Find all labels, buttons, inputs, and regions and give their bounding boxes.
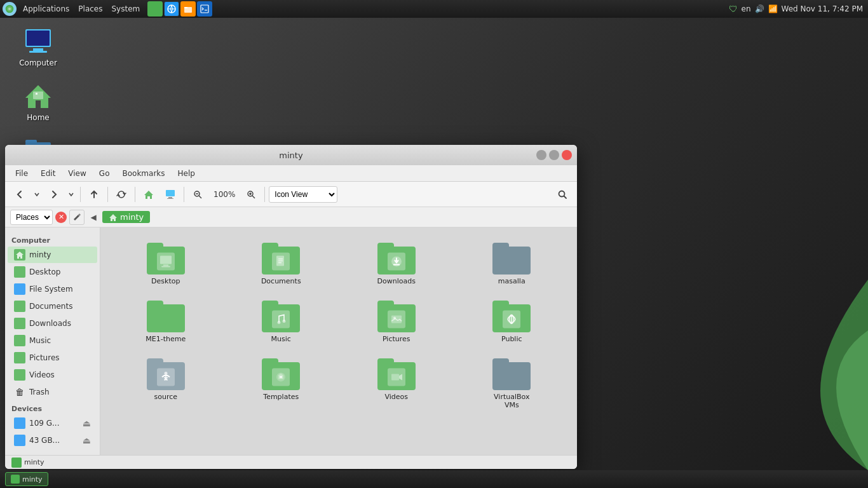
desktop-icon-home[interactable]: Home xyxy=(13,80,64,122)
templates-folder-label: Templates xyxy=(263,393,299,401)
videos-folder-icon xyxy=(14,369,25,381)
search-button[interactable] xyxy=(553,185,572,204)
places-select[interactable]: Places xyxy=(10,210,53,225)
wifi-icon[interactable]: 📶 xyxy=(768,4,778,13)
menu-applications[interactable]: Applications xyxy=(19,3,73,15)
svg-point-31 xyxy=(278,321,281,324)
menu-go[interactable]: Go xyxy=(94,168,115,179)
sidebar-item-documents[interactable]: Documents xyxy=(8,298,97,315)
downloads-inner-icon xyxy=(388,252,405,270)
launcher-browser[interactable] xyxy=(164,1,179,17)
sidebar-pictures-label: Pictures xyxy=(29,353,60,362)
svg-rect-9 xyxy=(33,48,43,51)
breadcrumb-minty[interactable]: minty xyxy=(102,211,150,223)
sidebar-drive-109-label: 109 G... xyxy=(29,419,59,428)
sidebar-item-trash[interactable]: 🗑 Trash xyxy=(8,384,97,400)
minimize-button[interactable] xyxy=(536,150,546,160)
view-mode-select[interactable]: Icon View List View Compact View xyxy=(269,186,337,203)
up-button[interactable] xyxy=(85,185,104,204)
documents-inner-icon xyxy=(272,252,290,270)
menu-bookmarks[interactable]: Bookmarks xyxy=(117,168,170,179)
file-item-public[interactable]: Public xyxy=(457,295,567,348)
sidebar-item-downloads[interactable]: Downloads xyxy=(8,315,97,332)
file-manager-window: minty File Edit View Go Bookmarks Help xyxy=(5,145,577,469)
file-item-virtualbox[interactable]: VirtualBox VMs xyxy=(457,353,567,414)
sidebar-section-devices: Devices xyxy=(5,401,100,414)
sidebar-music-label: Music xyxy=(29,336,51,345)
taskbar-window-minty[interactable]: minty xyxy=(5,472,48,486)
back-dropdown-button[interactable] xyxy=(32,185,42,204)
zoom-in-button[interactable] xyxy=(241,185,261,204)
breadcrumb-label: minty xyxy=(120,212,144,222)
pictures-inner-icon xyxy=(388,310,405,328)
svg-point-38 xyxy=(164,372,167,375)
file-item-masalla[interactable]: masalla xyxy=(457,238,567,290)
desktop-folder-label: Desktop xyxy=(151,277,180,285)
sidebar-item-drive-43[interactable]: 43 GB... ⏏ xyxy=(8,432,97,449)
svg-rect-8 xyxy=(27,30,50,46)
file-item-desktop[interactable]: Desktop xyxy=(111,238,221,290)
desktop-inner-icon xyxy=(157,252,175,270)
forward-button[interactable] xyxy=(44,185,64,204)
svg-rect-12 xyxy=(36,93,37,95)
file-item-videos[interactable]: Videos xyxy=(341,353,452,414)
home-icon-label: Home xyxy=(27,113,49,122)
menu-system[interactable]: System xyxy=(107,3,144,15)
close-button[interactable] xyxy=(562,150,572,160)
file-item-templates[interactable]: Templates xyxy=(226,353,337,414)
launcher-showdesktop[interactable] xyxy=(147,1,163,17)
documents-folder-icon xyxy=(14,301,25,312)
launcher-files[interactable] xyxy=(180,1,196,17)
reload-button[interactable] xyxy=(112,185,131,204)
sidebar-desktop-label: Desktop xyxy=(29,268,61,276)
bottom-taskbar: minty xyxy=(0,470,868,488)
sidebar-item-videos[interactable]: Videos xyxy=(8,367,97,383)
desktop-folder-icon-lg xyxy=(147,243,185,274)
back-button[interactable] xyxy=(10,185,29,204)
edit-location-button[interactable] xyxy=(69,210,85,225)
computer-icon-label: Computer xyxy=(19,58,57,67)
home-icon xyxy=(23,80,53,111)
sidebar-item-music[interactable]: Music xyxy=(8,332,97,349)
launcher-terminal[interactable] xyxy=(197,1,212,17)
statusbar: minty xyxy=(5,455,577,469)
file-item-documents[interactable]: Documents xyxy=(226,238,337,290)
mint-logo-button[interactable] xyxy=(3,2,17,16)
videos-inner-icon xyxy=(388,368,405,386)
zoom-out-button[interactable] xyxy=(188,185,207,204)
menu-file[interactable]: File xyxy=(10,168,33,179)
sidebar-item-pictures[interactable]: Pictures xyxy=(8,349,97,366)
music-folder-icon xyxy=(14,335,25,346)
computer-nav-button[interactable] xyxy=(161,185,180,204)
clear-location-button[interactable]: ✕ xyxy=(55,212,67,223)
sidebar-item-desktop[interactable]: Desktop xyxy=(8,264,97,280)
maximize-button[interactable] xyxy=(549,150,559,160)
svg-rect-17 xyxy=(167,198,173,199)
status-folder-icon xyxy=(11,458,22,468)
taskbar-left: Applications Places System xyxy=(0,1,212,17)
eject-drive-109-button[interactable]: ⏏ xyxy=(83,418,91,428)
sidebar-item-drive-109[interactable]: 109 G... ⏏ xyxy=(8,415,97,431)
file-item-source[interactable]: source xyxy=(111,353,221,414)
filesystem-icon xyxy=(14,283,25,295)
drive-43-icon xyxy=(14,435,25,446)
svg-rect-16 xyxy=(168,197,172,198)
file-item-me1theme[interactable]: ME1-theme xyxy=(111,295,221,348)
file-item-pictures[interactable]: Pictures xyxy=(341,295,452,348)
eject-drive-43-button[interactable]: ⏏ xyxy=(83,435,91,445)
volume-icon[interactable]: 🔊 xyxy=(755,4,764,13)
file-item-music[interactable]: Music xyxy=(226,295,337,348)
masalla-folder-icon-lg xyxy=(492,243,531,274)
menu-edit[interactable]: Edit xyxy=(36,168,60,179)
sidebar-item-filesystem[interactable]: File System xyxy=(8,281,97,297)
location-back-arrow[interactable]: ◀ xyxy=(87,211,100,224)
file-item-downloads[interactable]: Downloads xyxy=(341,238,452,290)
menu-view[interactable]: View xyxy=(63,168,91,179)
sidebar-item-minty[interactable]: minty xyxy=(8,247,97,263)
home-nav-button[interactable] xyxy=(139,185,158,204)
menu-places[interactable]: Places xyxy=(74,3,106,15)
svg-point-2 xyxy=(8,8,11,10)
desktop-icon-computer[interactable]: Computer xyxy=(13,25,64,67)
menu-help[interactable]: Help xyxy=(173,168,200,179)
forward-dropdown-button[interactable] xyxy=(66,185,76,204)
